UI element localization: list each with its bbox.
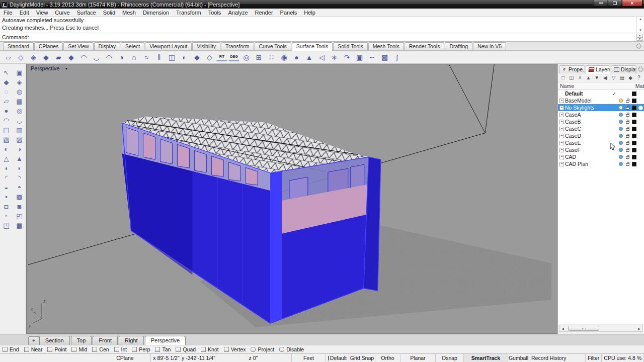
osnap-option[interactable]: Near [24, 346, 43, 352]
layer-toolbar-icon[interactable]: ▽ [610, 74, 617, 81]
status-cell[interactable]: CPU use: 4.8 % [602, 354, 644, 362]
layer-lock-icon[interactable] [624, 148, 631, 152]
layer-name[interactable]: BaseModel [565, 98, 611, 104]
layer-row[interactable]: CaseE [558, 139, 644, 146]
toolbar-tab[interactable]: Select [121, 42, 144, 50]
menu-item[interactable]: Mesh [119, 10, 139, 16]
sidebar-tool-icon[interactable]: ◡ [14, 116, 26, 125]
status-cell[interactable]: z 0" [215, 354, 292, 362]
osnap-checkbox[interactable] [201, 347, 206, 352]
toolbar-icon[interactable]: ◁ [315, 52, 328, 63]
layer-name[interactable]: CaseA [565, 112, 611, 118]
layer-color-swatch[interactable] [632, 141, 636, 145]
sidebar-tool-icon[interactable]: ◝ [14, 173, 26, 183]
layer-name[interactable]: No Skylights [565, 105, 611, 111]
sidebar-tool-icon[interactable]: ◠ [1, 116, 13, 125]
layer-row[interactable]: BaseModel [558, 97, 644, 104]
sidebar-tool-icon[interactable]: ▥ [14, 125, 26, 135]
osnap-option[interactable]: Cen [92, 346, 109, 352]
sidebar-tool-icon[interactable]: ◓ [14, 183, 26, 192]
sidebar-tool-icon[interactable]: ◜ [1, 173, 13, 183]
layer-toolbar-icon[interactable]: ? [635, 74, 642, 81]
toolbar-icon[interactable]: ◉ [278, 52, 290, 63]
toolbar-icon[interactable]: ∷ [265, 52, 278, 63]
layer-color-swatch[interactable] [632, 127, 636, 131]
osnap-checkbox[interactable] [3, 347, 8, 352]
layer-row[interactable]: Default [558, 90, 644, 97]
layer-color-swatch[interactable] [632, 92, 636, 96]
toolbar-icon[interactable]: ≈ [140, 52, 153, 63]
layer-color-swatch[interactable] [632, 155, 636, 159]
toolbar-tab[interactable]: Set View [63, 42, 93, 50]
osnap-checkbox[interactable] [279, 347, 284, 352]
toolbar-icon[interactable]: ↷ [341, 52, 353, 63]
toolbar-tab[interactable]: Solid Tools [333, 42, 368, 50]
panel-tab[interactable]: Prope... [559, 65, 585, 73]
toolbar-tab[interactable]: Curve Tools [255, 42, 291, 50]
sidebar-tool-icon[interactable]: ◌ [1, 87, 13, 97]
menu-item[interactable]: Edit [16, 10, 33, 16]
menu-item[interactable]: Dimension [139, 10, 173, 16]
sidebar-tool-icon[interactable]: ◐ [1, 144, 13, 154]
layer-lock-icon[interactable] [624, 120, 631, 124]
status-cell[interactable]: Ortho [375, 354, 400, 362]
panel-options-gear-icon[interactable] [638, 66, 643, 72]
spin-down-icon[interactable]: ▼ [636, 37, 643, 41]
layer-visibility-bulb-icon[interactable] [619, 99, 623, 103]
osnap-checkbox[interactable] [176, 347, 181, 352]
sidebar-tool-icon[interactable]: ▫ [1, 211, 13, 221]
toolbar-icon[interactable]: ▲ [303, 52, 315, 63]
osnap-option[interactable]: Mid [71, 346, 87, 352]
menu-item[interactable]: Help [300, 10, 319, 16]
sidebar-tool-icon[interactable]: ● [1, 106, 13, 116]
layer-color-swatch[interactable] [632, 148, 636, 152]
layer-expand-icon[interactable] [559, 126, 565, 131]
maximize-button[interactable] [608, 0, 621, 7]
layer-lock-icon[interactable] [624, 106, 631, 110]
layer-toolbar-icon[interactable]: ◆ [627, 74, 634, 81]
menu-item[interactable]: Transform [173, 10, 205, 16]
layer-expand-icon[interactable] [559, 154, 565, 159]
layer-expand-icon[interactable] [559, 119, 565, 124]
layer-row[interactable]: CaseC [558, 125, 644, 132]
sidebar-tool-icon[interactable]: ▧ [1, 135, 13, 144]
layer-visibility-bulb-icon[interactable] [619, 134, 623, 138]
osnap-checkbox[interactable] [114, 347, 119, 352]
layer-row[interactable]: CAD Plan [558, 160, 644, 167]
toolbar-icon[interactable]: ∩ [128, 52, 140, 63]
sidebar-tool-icon[interactable]: ◰ [14, 211, 26, 221]
toolbar-icon[interactable]: FIT [216, 53, 227, 61]
status-cell[interactable]: y -342'-11 1/4" [182, 354, 215, 362]
toolbar-tab[interactable]: New in V5 [473, 42, 506, 50]
layer-toolbar-icon[interactable]: ▲ [585, 74, 592, 81]
layer-color-swatch[interactable] [632, 106, 636, 110]
scrollbar-track[interactable] [566, 325, 636, 331]
layer-name[interactable]: Default [565, 90, 611, 97]
menu-item[interactable]: Render [252, 10, 277, 16]
command-history-scrollbar[interactable]: ▲ ▼ [636, 17, 644, 33]
sidebar-tool-icon[interactable]: ↖ [1, 68, 13, 77]
layer-name[interactable]: CaseE [565, 140, 611, 146]
layer-list-horizontal-scrollbar[interactable]: ◀ ▶ [559, 325, 643, 332]
layer-name[interactable]: CaseD [565, 133, 611, 139]
layer-color-swatch[interactable] [632, 120, 636, 124]
panel-tab[interactable]: Layers [586, 65, 610, 74]
menu-item[interactable]: Analyze [224, 10, 251, 16]
layer-lock-icon[interactable] [624, 162, 631, 166]
status-cell[interactable]: Feet [292, 354, 326, 362]
layer-row[interactable]: CaseF [558, 146, 644, 153]
osnap-checkbox[interactable] [132, 347, 137, 352]
osnap-checkbox[interactable] [155, 347, 160, 352]
sidebar-tool-icon[interactable]: ◗ [14, 163, 26, 173]
sidebar-tool-icon[interactable]: ◍ [14, 87, 26, 97]
material-column-header[interactable]: Mate [635, 83, 644, 89]
sidebar-tool-icon[interactable]: ▦ [14, 221, 26, 230]
close-button[interactable]: × [622, 0, 642, 7]
toolbar-icon[interactable]: ◆ [191, 52, 203, 63]
status-cell[interactable]: Default [326, 354, 349, 362]
viewport-dropdown-icon[interactable]: ▼ [62, 67, 68, 70]
toolbar-icon[interactable]: ∗ [328, 52, 341, 63]
toolbar-tab[interactable]: Standard [3, 42, 34, 50]
osnap-option[interactable]: Disable [279, 346, 304, 352]
toolbar-tab[interactable]: Visibility [192, 42, 220, 50]
